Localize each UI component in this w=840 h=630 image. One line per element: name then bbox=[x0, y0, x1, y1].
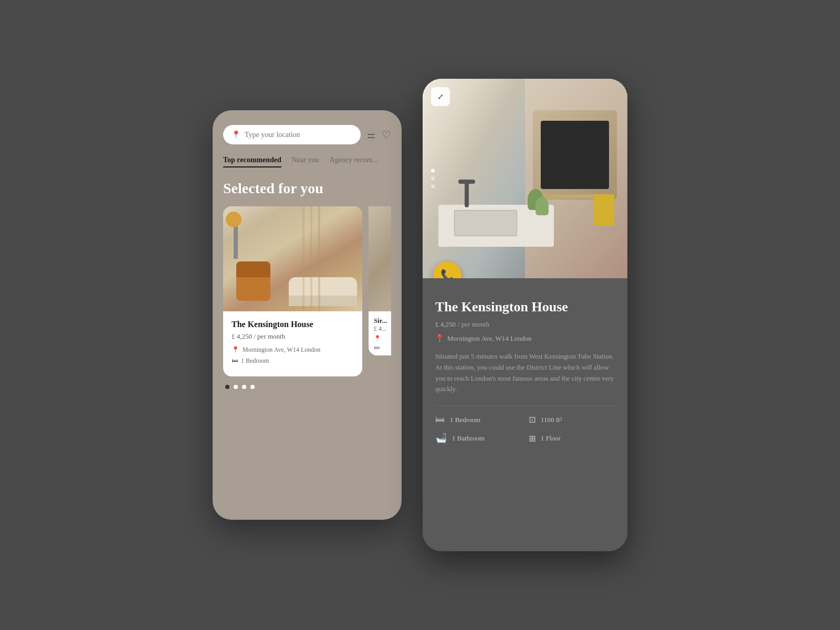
pagination-dots bbox=[223, 385, 391, 389]
spec-bedroom-label: 1 Bedroom bbox=[450, 416, 480, 424]
area-spec-icon: ⊡ bbox=[529, 415, 536, 425]
spec-area: ⊡ 1100 ft² bbox=[529, 414, 615, 425]
left-phone: 📍 ⚌ ♡ Top recommended Near you Agency re… bbox=[213, 110, 402, 520]
filter-button[interactable]: ⚌ bbox=[367, 129, 375, 141]
img-dot-2 bbox=[431, 177, 435, 181]
card-bedrooms: 🛏 1 Bedroom bbox=[232, 357, 354, 365]
property-address: 📍 Mornington Ave, W14 London bbox=[435, 334, 615, 343]
card-partial-info: Sir... £ 4... 📍 🛏 bbox=[369, 311, 391, 355]
address-pin-icon: 📍 bbox=[232, 346, 239, 354]
property-card-partial[interactable]: Sir... £ 4... 📍 🛏 bbox=[369, 206, 391, 376]
dot-1 bbox=[225, 385, 229, 389]
card-image-living bbox=[223, 206, 362, 311]
bed-spec-icon: 🛏 bbox=[435, 414, 445, 425]
right-phone: ⤢ 📞 The Kensington House £ 4,250 / per m… bbox=[423, 79, 627, 551]
card-info: The Kensington House £ 4,250 / per month… bbox=[223, 311, 362, 376]
tab-top-recommended[interactable]: Top recommended bbox=[223, 156, 281, 167]
property-card-main[interactable]: The Kensington House £ 4,250 / per month… bbox=[223, 206, 362, 376]
address-icon: 📍 bbox=[435, 334, 444, 343]
pin-icon: 📍 bbox=[232, 130, 240, 139]
search-row: 📍 ⚌ ♡ bbox=[223, 125, 391, 144]
cards-row: The Kensington House £ 4,250 / per month… bbox=[223, 206, 391, 376]
tab-near-you[interactable]: Near you bbox=[292, 156, 319, 167]
img-dot-3 bbox=[431, 185, 435, 188]
dot-3 bbox=[242, 385, 246, 389]
bed-icon: 🛏 bbox=[232, 357, 238, 365]
spec-bedroom: 🛏 1 Bedroom bbox=[435, 414, 521, 425]
property-image: ⤢ 📞 bbox=[423, 79, 627, 278]
partial-price: £ 4... bbox=[374, 325, 391, 333]
tab-agency[interactable]: Agency recom... bbox=[330, 156, 379, 167]
card-price: £ 4,250 / per month bbox=[232, 332, 354, 341]
spec-bathroom: 🛁 1 Bathroom bbox=[435, 433, 521, 444]
property-info-panel: The Kensington House £ 4,250 / per month… bbox=[423, 278, 627, 551]
partial-title: Sir... bbox=[374, 317, 391, 325]
spec-floor: ⊞ 1 Floor bbox=[529, 433, 615, 444]
heart-button[interactable]: ♡ bbox=[382, 129, 391, 141]
dot-2 bbox=[234, 385, 238, 389]
card-image-partial bbox=[369, 206, 391, 311]
spec-floor-label: 1 Floor bbox=[541, 434, 561, 443]
property-description: Situated just 5 minutes walk from West K… bbox=[435, 351, 615, 395]
partial-bed-icon: 🛏 bbox=[374, 344, 391, 350]
floor-spec-icon: ⊞ bbox=[529, 434, 536, 444]
expand-icon: ⤢ bbox=[437, 92, 444, 101]
phone-icon: 📞 bbox=[440, 269, 455, 278]
property-price: £ 4,250 / per month bbox=[435, 319, 615, 329]
spec-area-label: 1100 ft² bbox=[541, 416, 562, 424]
dot-4 bbox=[250, 385, 255, 389]
partial-address-icon: 📍 bbox=[374, 335, 391, 342]
divider bbox=[435, 405, 615, 406]
section-title: Selected for you bbox=[223, 180, 391, 197]
tabs-row: Top recommended Near you Agency recom... bbox=[223, 156, 391, 167]
search-bar[interactable]: 📍 bbox=[223, 125, 361, 144]
location-input[interactable] bbox=[245, 131, 352, 139]
image-dots bbox=[431, 169, 435, 188]
img-dot-1 bbox=[431, 169, 435, 173]
heart-icon: ♡ bbox=[382, 129, 391, 141]
expand-button[interactable]: ⤢ bbox=[431, 87, 450, 106]
property-title: The Kensington House bbox=[435, 299, 615, 315]
card-title: The Kensington House bbox=[232, 320, 354, 329]
card-address: 📍 Mornington Ave, W14 London bbox=[232, 346, 354, 354]
specs-grid: 🛏 1 Bedroom ⊡ 1100 ft² 🛁 1 Bathroom ⊞ 1 … bbox=[435, 414, 615, 444]
bath-spec-icon: 🛁 bbox=[435, 433, 447, 444]
filter-icon: ⚌ bbox=[367, 130, 375, 140]
spec-bathroom-label: 1 Bathroom bbox=[452, 434, 485, 443]
